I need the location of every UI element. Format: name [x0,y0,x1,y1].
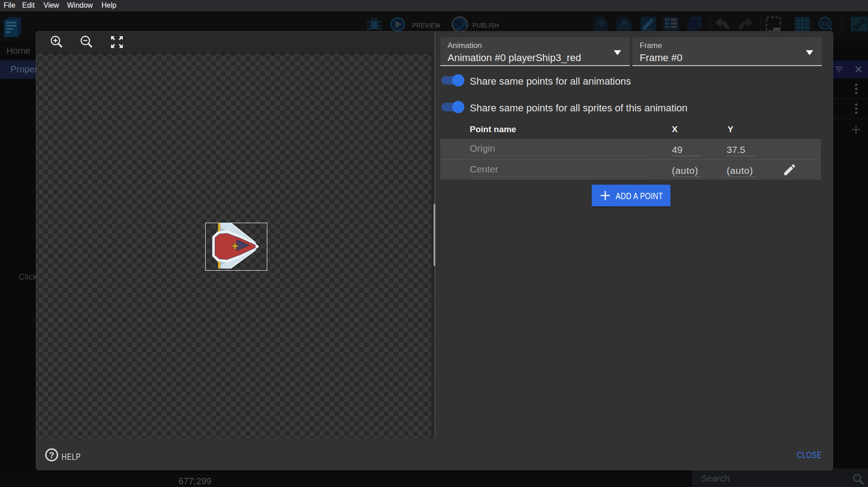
svg-text:1:1: 1:1 [821,21,829,26]
svg-text:?: ? [49,450,54,460]
